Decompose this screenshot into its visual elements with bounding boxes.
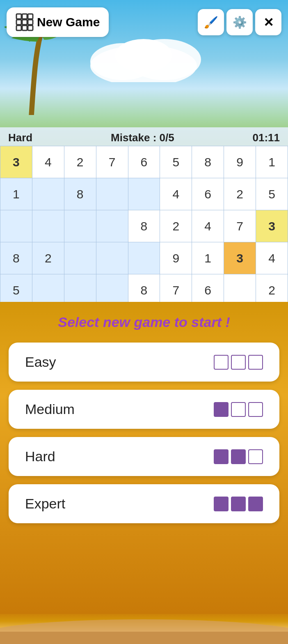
paint-button[interactable]: 🖌️ — [198, 9, 224, 35]
cloud-decoration — [82, 33, 205, 82]
expert-difficulty-indicator — [214, 497, 263, 511]
sudoku-cell[interactable]: 2 — [64, 146, 96, 178]
sudoku-cell[interactable]: 2 — [160, 210, 192, 242]
sudoku-cell[interactable] — [224, 274, 256, 306]
sudoku-cell[interactable]: 2 — [256, 274, 288, 306]
sudoku-cell[interactable]: 6 — [128, 146, 160, 178]
easy-sq-3 — [248, 355, 263, 370]
sudoku-cell[interactable]: 4 — [32, 146, 64, 178]
sudoku-cell[interactable]: 2 — [32, 242, 64, 274]
expert-sq-2 — [231, 497, 246, 511]
easy-label: Easy — [25, 354, 56, 370]
sudoku-cell[interactable]: 8 — [0, 242, 32, 274]
svg-rect-5 — [22, 14, 27, 19]
hard-button[interactable]: Hard — [9, 437, 279, 476]
expert-sq-3 — [248, 497, 263, 511]
sudoku-grid: 3427658911846258247382913458762 — [0, 146, 288, 306]
svg-rect-6 — [28, 14, 33, 19]
sudoku-cell[interactable]: 6 — [192, 274, 224, 306]
sudoku-cell[interactable]: 4 — [256, 242, 288, 274]
sudoku-cell[interactable]: 8 — [128, 210, 160, 242]
new-game-button[interactable]: New Game — [7, 7, 109, 37]
grid-icon — [16, 13, 34, 31]
sudoku-cell[interactable]: 1 — [0, 178, 32, 210]
medium-sq-2 — [231, 402, 246, 417]
sudoku-cell[interactable]: 2 — [224, 178, 256, 210]
sudoku-cell[interactable] — [96, 210, 128, 242]
table-row: 342765891 — [0, 146, 288, 178]
sudoku-cell[interactable]: 8 — [64, 178, 96, 210]
table-row: 82473 — [0, 210, 288, 242]
paint-icon: 🖌️ — [204, 16, 218, 29]
svg-rect-7 — [16, 20, 21, 25]
sudoku-cell[interactable]: 1 — [256, 146, 288, 178]
expert-label: Expert — [25, 496, 65, 512]
svg-rect-10 — [16, 25, 21, 30]
easy-button[interactable]: Easy — [9, 343, 279, 382]
sudoku-cell[interactable]: 3 — [0, 146, 32, 178]
sudoku-cell[interactable]: 3 — [256, 210, 288, 242]
beach-svg — [0, 611, 288, 644]
sudoku-cell[interactable] — [64, 210, 96, 242]
easy-sq-2 — [231, 355, 246, 370]
sudoku-cell[interactable]: 3 — [224, 242, 256, 274]
hard-difficulty-indicator — [214, 449, 263, 464]
sudoku-cell[interactable] — [32, 210, 64, 242]
difficulty-label: Hard — [8, 131, 32, 144]
expert-button[interactable]: Expert — [9, 484, 279, 523]
beach-background — [0, 611, 288, 644]
close-icon: ✕ — [263, 15, 274, 30]
mistake-counter: Mistake : 0/5 — [111, 131, 174, 144]
sudoku-cell[interactable] — [96, 274, 128, 306]
sudoku-cell[interactable]: 4 — [192, 210, 224, 242]
medium-sq-1 — [214, 402, 229, 417]
hard-sq-2 — [231, 449, 246, 464]
timer: 01:11 — [252, 131, 280, 144]
sudoku-cell[interactable]: 5 — [160, 146, 192, 178]
sudoku-cell[interactable]: 7 — [160, 274, 192, 306]
sudoku-cell[interactable]: 8 — [192, 146, 224, 178]
svg-rect-9 — [28, 20, 33, 25]
sudoku-cell[interactable]: 9 — [160, 242, 192, 274]
new-game-label: New Game — [37, 15, 100, 29]
sudoku-cell[interactable]: 4 — [160, 178, 192, 210]
medium-button[interactable]: Medium — [9, 390, 279, 429]
sudoku-cell[interactable]: 5 — [0, 274, 32, 306]
table-row: 184625 — [0, 178, 288, 210]
sudoku-cell[interactable] — [64, 242, 96, 274]
sudoku-cell[interactable] — [96, 178, 128, 210]
table-row: 829134 — [0, 242, 288, 274]
easy-difficulty-indicator — [214, 355, 263, 370]
svg-rect-11 — [22, 25, 27, 30]
sudoku-cell[interactable] — [32, 274, 64, 306]
settings-button[interactable]: ⚙️ — [226, 9, 253, 35]
sudoku-table: 3427658911846258247382913458762 — [0, 146, 288, 306]
sudoku-cell[interactable] — [128, 242, 160, 274]
sudoku-cell[interactable]: 7 — [224, 210, 256, 242]
sudoku-cell[interactable] — [32, 178, 64, 210]
sudoku-cell[interactable] — [64, 274, 96, 306]
svg-rect-14 — [0, 632, 288, 644]
svg-rect-12 — [28, 25, 33, 30]
sudoku-cell[interactable]: 6 — [192, 178, 224, 210]
svg-point-3 — [115, 39, 172, 72]
sudoku-cell[interactable]: 7 — [96, 146, 128, 178]
sudoku-cell[interactable]: 1 — [192, 242, 224, 274]
close-button[interactable]: ✕ — [255, 9, 281, 35]
header-actions: 🖌️ ⚙️ ✕ — [198, 9, 281, 35]
sudoku-cell[interactable]: 8 — [128, 274, 160, 306]
header: New Game 🖌️ ⚙️ ✕ — [0, 7, 288, 37]
hard-sq-1 — [214, 449, 229, 464]
expert-sq-1 — [214, 497, 229, 511]
sudoku-cell[interactable]: 9 — [224, 146, 256, 178]
sudoku-cell[interactable]: 5 — [256, 178, 288, 210]
sudoku-cell[interactable] — [128, 178, 160, 210]
hard-label: Hard — [25, 448, 55, 465]
sudoku-cell[interactable] — [96, 242, 128, 274]
sudoku-cell[interactable] — [0, 210, 32, 242]
select-game-text: Select new game to start ! — [58, 314, 230, 330]
svg-rect-8 — [22, 20, 27, 25]
hard-sq-3 — [248, 449, 263, 464]
table-row: 58762 — [0, 274, 288, 306]
medium-label: Medium — [25, 401, 75, 417]
